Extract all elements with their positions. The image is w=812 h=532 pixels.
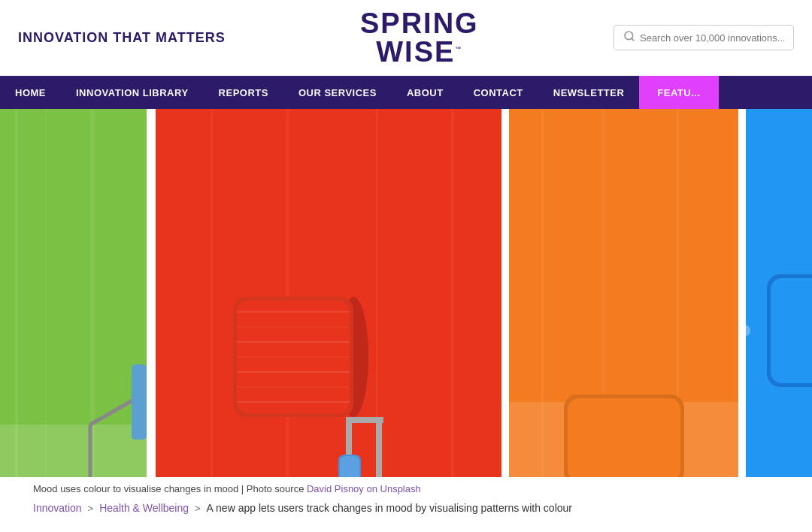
search-bar[interactable] bbox=[614, 25, 794, 50]
svg-rect-7 bbox=[738, 109, 746, 477]
svg-rect-35 bbox=[568, 398, 680, 477]
logo-text: SPRING WISE™ bbox=[360, 9, 479, 66]
svg-rect-10 bbox=[45, 109, 47, 477]
nav-item-featured[interactable]: FEATU... bbox=[639, 76, 718, 109]
nav-item-our-services[interactable]: OUR SERVICES bbox=[283, 76, 392, 109]
breadcrumb-article-title: A new app lets users track changes in mo… bbox=[207, 502, 572, 514]
photo-credit-link[interactable]: David Pisnoy on Unsplash bbox=[307, 483, 421, 494]
svg-point-49 bbox=[738, 325, 750, 337]
svg-rect-19 bbox=[0, 425, 147, 477]
nav-item-home[interactable]: HOME bbox=[0, 76, 61, 109]
svg-rect-12 bbox=[211, 109, 213, 477]
logo: SPRING WISE™ bbox=[360, 9, 479, 66]
breadcrumb: Innovation > Health & Wellbeing > A new … bbox=[0, 497, 812, 518]
search-icon bbox=[623, 30, 635, 45]
main-nav: HOME INNOVATION LIBRARY REPORTS OUR SERV… bbox=[0, 76, 812, 109]
breadcrumb-innovation[interactable]: Innovation bbox=[33, 502, 82, 514]
svg-rect-13 bbox=[286, 109, 289, 477]
breadcrumb-health[interactable]: Health & Wellbeing bbox=[99, 502, 189, 514]
header: INNOVATION THAT MATTERS SPRING WISE™ bbox=[0, 0, 812, 76]
nav-item-about[interactable]: ABOUT bbox=[392, 76, 459, 109]
nav-item-newsletter[interactable]: NEWSLETTER bbox=[538, 76, 640, 109]
nav-item-contact[interactable]: CONTACT bbox=[459, 76, 538, 109]
hero-caption: Mood uses colour to visualise changes in… bbox=[0, 477, 812, 497]
nav-item-reports[interactable]: REPORTS bbox=[204, 76, 283, 109]
svg-line-1 bbox=[632, 38, 634, 41]
svg-rect-9 bbox=[15, 109, 18, 477]
svg-rect-31 bbox=[376, 423, 382, 477]
header-tagline: INNOVATION THAT MATTERS bbox=[18, 30, 226, 46]
svg-rect-25 bbox=[132, 364, 147, 440]
nav-item-innovation-library[interactable]: INNOVATION LIBRARY bbox=[61, 76, 204, 109]
svg-rect-2 bbox=[0, 109, 147, 477]
svg-rect-41 bbox=[771, 278, 812, 383]
svg-rect-15 bbox=[451, 109, 454, 477]
svg-rect-30 bbox=[346, 417, 383, 423]
svg-rect-33 bbox=[340, 456, 359, 477]
svg-rect-4 bbox=[156, 109, 501, 477]
svg-rect-5 bbox=[501, 109, 509, 477]
breadcrumb-sep-2: > bbox=[195, 503, 201, 514]
svg-rect-3 bbox=[147, 109, 156, 477]
hero-image bbox=[0, 109, 812, 477]
hero-illustration bbox=[0, 109, 812, 477]
breadcrumb-sep-1: > bbox=[88, 503, 94, 514]
search-input[interactable] bbox=[640, 32, 784, 44]
